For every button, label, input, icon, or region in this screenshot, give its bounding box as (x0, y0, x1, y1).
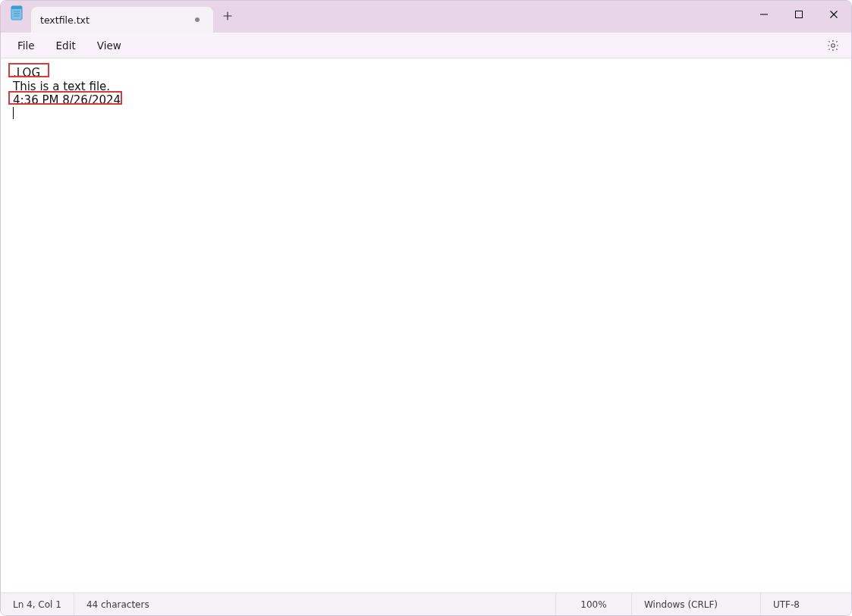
tab-active[interactable]: textfile.txt (31, 7, 213, 33)
svg-rect-1 (11, 6, 22, 9)
tab-title: textfile.txt (40, 14, 190, 26)
status-char-count: 44 characters (74, 593, 162, 615)
editor-line (13, 107, 839, 121)
tab-strip: textfile.txt (31, 1, 239, 33)
menu-view[interactable]: View (86, 35, 132, 56)
status-encoding[interactable]: UTF-8 (760, 593, 851, 615)
editor-line: .LOG (13, 66, 839, 80)
status-line-ending[interactable]: Windows (CRLF) (631, 593, 760, 615)
status-bar: Ln 4, Col 1 44 characters 100% Windows (… (1, 592, 851, 615)
editor-line: 4:36 PM 8/26/2024 (13, 93, 839, 107)
text-cursor (13, 107, 14, 119)
text-editor[interactable]: .LOG This is a text file. 4:36 PM 8/26/2… (1, 58, 851, 592)
close-button[interactable] (816, 1, 851, 28)
window-controls (747, 1, 851, 28)
svg-rect-6 (796, 11, 803, 18)
title-bar: textfile.txt (1, 1, 851, 33)
editor-line: This is a text file. (13, 80, 839, 93)
notepad-app-icon (10, 5, 24, 21)
new-tab-button[interactable] (216, 5, 239, 27)
gear-icon (826, 39, 840, 52)
notepad-window: textfile.txt File Edit View (0, 0, 852, 616)
status-zoom[interactable]: 100% (555, 593, 631, 615)
minimize-button[interactable] (747, 1, 781, 28)
modified-indicator-icon[interactable] (195, 17, 200, 22)
settings-button[interactable] (822, 35, 844, 56)
status-cursor-position[interactable]: Ln 4, Col 1 (1, 593, 74, 615)
menu-bar: File Edit View (1, 33, 851, 58)
menu-file[interactable]: File (7, 35, 46, 56)
menu-edit[interactable]: Edit (46, 35, 86, 56)
maximize-button[interactable] (781, 1, 816, 28)
svg-point-7 (832, 43, 835, 47)
